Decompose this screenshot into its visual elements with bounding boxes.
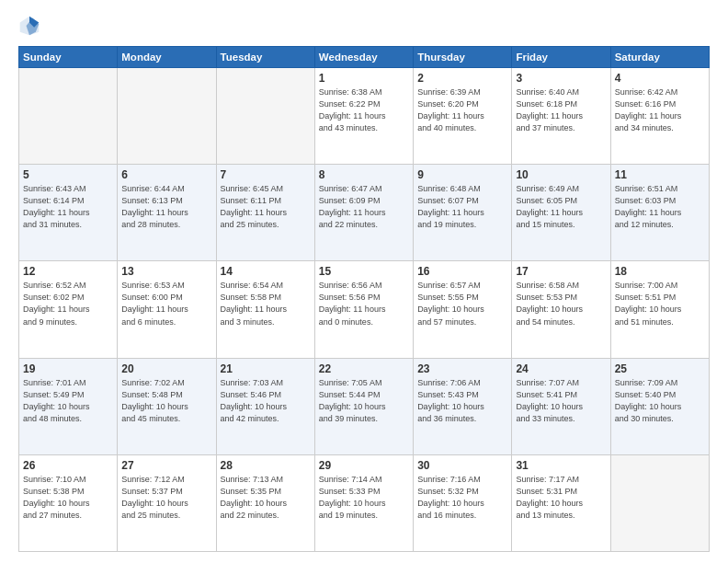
day-number: 10 [516,168,606,181]
day-info: Sunrise: 7:10 AM Sunset: 5:38 PM Dayligh… [23,474,113,522]
calendar-day-8: 8Sunrise: 6:47 AM Sunset: 6:09 PM Daylig… [314,165,413,261]
day-info: Sunrise: 6:48 AM Sunset: 6:07 PM Dayligh… [417,183,507,231]
weekday-header-thursday: Thursday [414,47,512,68]
calendar-week-row: 26Sunrise: 7:10 AM Sunset: 5:38 PM Dayli… [19,454,710,551]
day-info: Sunrise: 6:42 AM Sunset: 6:16 PM Dayligh… [615,86,705,134]
day-number: 15 [319,265,409,278]
day-info: Sunrise: 6:43 AM Sunset: 6:14 PM Dayligh… [23,183,113,231]
logo [18,15,44,37]
calendar-day-30: 30Sunrise: 7:16 AM Sunset: 5:32 PM Dayli… [414,454,512,551]
calendar-day-15: 15Sunrise: 6:56 AM Sunset: 5:56 PM Dayli… [314,261,413,358]
calendar-day-24: 24Sunrise: 7:07 AM Sunset: 5:41 PM Dayli… [512,358,610,454]
day-number: 7 [221,168,311,181]
day-info: Sunrise: 6:39 AM Sunset: 6:20 PM Dayligh… [417,86,507,134]
day-number: 29 [319,459,409,472]
day-info: Sunrise: 6:38 AM Sunset: 6:22 PM Dayligh… [319,86,409,134]
day-number: 18 [615,265,705,278]
calendar-day-10: 10Sunrise: 6:49 AM Sunset: 6:05 PM Dayli… [512,165,610,261]
calendar-week-row: 1Sunrise: 6:38 AM Sunset: 6:22 PM Daylig… [19,68,710,165]
day-number: 6 [121,168,211,181]
weekday-header-tuesday: Tuesday [216,47,314,68]
day-info: Sunrise: 7:09 AM Sunset: 5:40 PM Dayligh… [615,377,705,425]
day-info: Sunrise: 6:58 AM Sunset: 5:53 PM Dayligh… [516,280,606,327]
day-info: Sunrise: 7:17 AM Sunset: 5:31 PM Dayligh… [516,474,606,522]
day-info: Sunrise: 7:05 AM Sunset: 5:44 PM Dayligh… [319,377,409,425]
calendar-day-1: 1Sunrise: 6:38 AM Sunset: 6:22 PM Daylig… [314,68,413,165]
day-info: Sunrise: 6:53 AM Sunset: 6:00 PM Dayligh… [121,280,211,327]
calendar-day-14: 14Sunrise: 6:54 AM Sunset: 5:58 PM Dayli… [216,261,314,358]
day-number: 27 [121,459,211,472]
calendar-day-23: 23Sunrise: 7:06 AM Sunset: 5:43 PM Dayli… [414,358,512,454]
day-number: 21 [221,362,311,375]
day-info: Sunrise: 7:14 AM Sunset: 5:33 PM Dayligh… [319,474,409,522]
calendar-day-7: 7Sunrise: 6:45 AM Sunset: 6:11 PM Daylig… [216,165,314,261]
day-number: 2 [417,72,507,85]
calendar-day-26: 26Sunrise: 7:10 AM Sunset: 5:38 PM Dayli… [19,454,118,551]
calendar-week-row: 5Sunrise: 6:43 AM Sunset: 6:14 PM Daylig… [19,165,710,261]
day-number: 25 [615,362,705,375]
day-number: 8 [319,168,409,181]
calendar-day-16: 16Sunrise: 6:57 AM Sunset: 5:55 PM Dayli… [414,261,512,358]
day-number: 28 [221,459,311,472]
calendar-day-29: 29Sunrise: 7:14 AM Sunset: 5:33 PM Dayli… [314,454,413,551]
day-number: 24 [516,362,606,375]
calendar-day-2: 2Sunrise: 6:39 AM Sunset: 6:20 PM Daylig… [414,68,512,165]
calendar-day-empty [610,454,709,551]
day-info: Sunrise: 6:49 AM Sunset: 6:05 PM Dayligh… [516,183,606,231]
day-number: 17 [516,265,606,278]
calendar-day-27: 27Sunrise: 7:12 AM Sunset: 5:37 PM Dayli… [118,454,216,551]
day-info: Sunrise: 7:16 AM Sunset: 5:32 PM Dayligh… [417,474,507,522]
calendar-day-11: 11Sunrise: 6:51 AM Sunset: 6:03 PM Dayli… [610,165,709,261]
weekday-header-saturday: Saturday [610,47,709,68]
day-number: 31 [516,459,606,472]
calendar-table: SundayMondayTuesdayWednesdayThursdayFrid… [18,46,710,552]
day-number: 3 [516,72,606,85]
calendar-week-row: 12Sunrise: 6:52 AM Sunset: 6:02 PM Dayli… [19,261,710,358]
calendar-day-28: 28Sunrise: 7:13 AM Sunset: 5:35 PM Dayli… [216,454,314,551]
calendar-day-22: 22Sunrise: 7:05 AM Sunset: 5:44 PM Dayli… [314,358,413,454]
calendar-day-25: 25Sunrise: 7:09 AM Sunset: 5:40 PM Dayli… [610,358,709,454]
day-number: 9 [417,168,507,181]
calendar-day-empty [118,68,216,165]
calendar-day-18: 18Sunrise: 7:00 AM Sunset: 5:51 PM Dayli… [610,261,709,358]
day-info: Sunrise: 6:51 AM Sunset: 6:03 PM Dayligh… [615,183,705,231]
day-info: Sunrise: 6:45 AM Sunset: 6:11 PM Dayligh… [221,183,311,231]
day-info: Sunrise: 6:56 AM Sunset: 5:56 PM Dayligh… [319,280,409,327]
calendar-day-21: 21Sunrise: 7:03 AM Sunset: 5:46 PM Dayli… [216,358,314,454]
weekday-header-monday: Monday [118,47,216,68]
calendar-day-31: 31Sunrise: 7:17 AM Sunset: 5:31 PM Dayli… [512,454,610,551]
calendar-day-12: 12Sunrise: 6:52 AM Sunset: 6:02 PM Dayli… [19,261,118,358]
day-number: 19 [23,362,113,375]
weekday-header-sunday: Sunday [19,47,118,68]
day-number: 4 [615,72,705,85]
day-number: 26 [23,459,113,472]
day-number: 16 [417,265,507,278]
day-info: Sunrise: 7:00 AM Sunset: 5:51 PM Dayligh… [615,280,705,327]
day-info: Sunrise: 7:12 AM Sunset: 5:37 PM Dayligh… [121,474,211,522]
calendar-day-6: 6Sunrise: 6:44 AM Sunset: 6:13 PM Daylig… [118,165,216,261]
day-number: 30 [417,459,507,472]
weekday-header-friday: Friday [512,47,610,68]
weekday-header-wednesday: Wednesday [314,47,413,68]
calendar-day-empty [216,68,314,165]
calendar-day-5: 5Sunrise: 6:43 AM Sunset: 6:14 PM Daylig… [19,165,118,261]
day-number: 20 [121,362,211,375]
day-info: Sunrise: 7:06 AM Sunset: 5:43 PM Dayligh… [417,377,507,425]
calendar-day-17: 17Sunrise: 6:58 AM Sunset: 5:53 PM Dayli… [512,261,610,358]
page: SundayMondayTuesdayWednesdayThursdayFrid… [0,0,728,563]
header [18,15,710,37]
day-info: Sunrise: 7:13 AM Sunset: 5:35 PM Dayligh… [221,474,311,522]
day-info: Sunrise: 6:54 AM Sunset: 5:58 PM Dayligh… [221,280,311,327]
calendar-day-4: 4Sunrise: 6:42 AM Sunset: 6:16 PM Daylig… [610,68,709,165]
calendar-week-row: 19Sunrise: 7:01 AM Sunset: 5:49 PM Dayli… [19,358,710,454]
calendar-day-3: 3Sunrise: 6:40 AM Sunset: 6:18 PM Daylig… [512,68,610,165]
day-number: 23 [417,362,507,375]
day-number: 5 [23,168,113,181]
day-info: Sunrise: 6:40 AM Sunset: 6:18 PM Dayligh… [516,86,606,134]
day-info: Sunrise: 6:47 AM Sunset: 6:09 PM Dayligh… [319,183,409,231]
day-info: Sunrise: 6:52 AM Sunset: 6:02 PM Dayligh… [23,280,113,327]
weekday-header-row: SundayMondayTuesdayWednesdayThursdayFrid… [19,47,710,68]
logo-icon [18,15,40,37]
day-info: Sunrise: 6:57 AM Sunset: 5:55 PM Dayligh… [417,280,507,327]
day-number: 11 [615,168,705,181]
